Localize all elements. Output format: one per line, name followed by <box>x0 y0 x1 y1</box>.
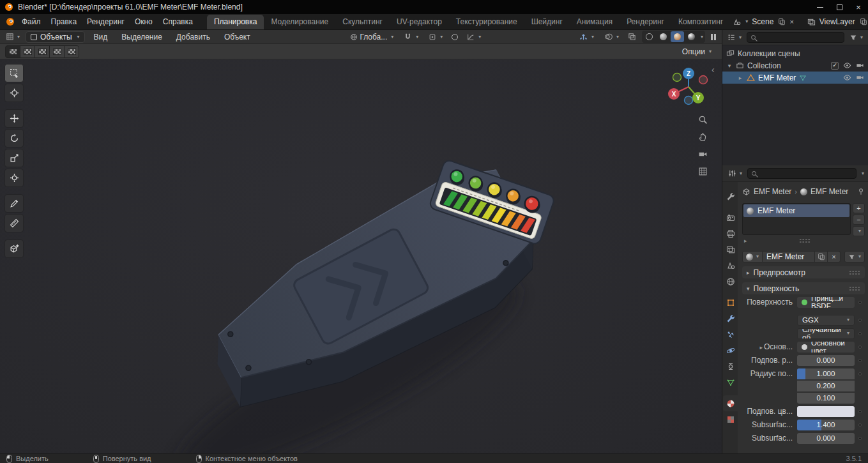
tab-object[interactable] <box>723 294 738 310</box>
decorator[interactable] <box>855 423 865 427</box>
show-overlays-toggle[interactable]: ▾ <box>601 31 622 43</box>
menu-file[interactable]: Файл <box>17 15 46 28</box>
subsurface-radius-y-field[interactable]: 0.200 <box>797 381 855 391</box>
xray-toggle[interactable] <box>626 32 638 42</box>
minimize-button[interactable] <box>811 0 830 14</box>
tool-options-button[interactable]: Опции ▾ <box>677 46 717 57</box>
decorator[interactable] <box>855 437 865 440</box>
maximize-button[interactable] <box>830 0 849 14</box>
collection-disclosure-icon[interactable]: ▾ <box>726 63 733 69</box>
tab-world[interactable] <box>723 273 738 289</box>
view-layer-name[interactable]: ViewLayer <box>818 17 857 26</box>
object-disclosure-icon[interactable]: ▸ <box>737 75 743 81</box>
unlink-scene-button[interactable]: × <box>789 18 794 26</box>
outliner-row-scene-collection[interactable]: Коллекции сцены <box>722 47 868 59</box>
pause-button[interactable] <box>709 33 718 41</box>
emf-meter-model[interactable] <box>0 59 722 453</box>
menu-object[interactable]: Объект <box>219 31 255 43</box>
select-box-tool[interactable] <box>4 64 24 82</box>
properties-editor-type-button[interactable]: ▾ <box>726 169 744 178</box>
properties-options-dropdown[interactable]: ▾ <box>862 171 864 176</box>
blender-menu-button[interactable] <box>4 17 17 27</box>
browse-material-button[interactable]: ▾ <box>742 251 763 262</box>
select-mode-subtract-button[interactable] <box>35 46 49 57</box>
editor-type-button[interactable]: ▾ <box>4 32 22 42</box>
select-mode-extend-button[interactable] <box>20 46 34 57</box>
axis-neg-y-handle[interactable] <box>673 73 681 82</box>
tab-rendering[interactable]: Рендеринг <box>620 15 671 29</box>
proportional-editing-toggle[interactable] <box>450 33 460 41</box>
navigation-gizmo[interactable]: Z X Y <box>663 61 714 112</box>
snap-target-select[interactable]: ▾ <box>425 31 446 43</box>
decorator[interactable] <box>855 372 865 376</box>
select-mode-intersect-button[interactable] <box>65 46 79 57</box>
shading-dropdown-icon[interactable]: ▾ <box>701 34 703 40</box>
tab-sculpting[interactable]: Скульптинг <box>335 15 390 29</box>
subsurface-weight-field[interactable]: 0.000 <box>797 355 855 366</box>
tab-layout[interactable]: Планировка <box>207 15 264 29</box>
outliner-row-emf-meter[interactable]: ▸ EMF Meter <box>722 72 868 84</box>
show-gizmos-toggle[interactable]: ▾ <box>576 31 597 43</box>
panel-surface[interactable]: ▾ Поверхность <box>742 282 865 294</box>
breadcrumb-object[interactable]: EMF Meter <box>754 187 791 196</box>
add-cube-tool[interactable] <box>4 239 24 258</box>
decorator[interactable] <box>855 410 865 413</box>
tab-modeling[interactable]: Моделирование <box>264 15 335 29</box>
tab-uv-editor[interactable]: UV-редактор <box>390 15 449 29</box>
rotate-tool[interactable] <box>4 129 24 148</box>
menu-edit[interactable]: Правка <box>46 15 82 28</box>
outliner-editor-type-button[interactable]: ▾ <box>726 33 743 42</box>
add-material-slot-button[interactable]: + <box>853 203 865 213</box>
subsurface-ior-slider[interactable]: 1.400 <box>797 420 855 430</box>
axis-neg-x-handle[interactable] <box>699 76 708 84</box>
menu-help[interactable]: Справка <box>158 15 198 28</box>
tab-output[interactable] <box>723 225 738 241</box>
collection-checkbox[interactable]: ✓ <box>831 62 839 70</box>
tab-animation[interactable]: Анимация <box>570 15 620 29</box>
base-color-section-label[interactable]: ▸Основ... <box>742 342 797 351</box>
transform-orientation-select[interactable]: Глоба... ▾ <box>347 31 397 43</box>
select-mode-set-button[interactable] <box>6 46 20 57</box>
material-name-field[interactable]: EMF Meter <box>763 251 815 262</box>
panel-grip[interactable] <box>849 270 860 275</box>
viewport-3d[interactable]: Z X Y ‹ <box>0 59 722 453</box>
tab-shading[interactable]: Шейдинг <box>524 15 570 29</box>
disable-in-renders-icon[interactable] <box>856 61 864 70</box>
close-button[interactable]: × <box>849 0 868 14</box>
new-scene-button[interactable] <box>777 18 786 26</box>
measure-tool[interactable] <box>4 214 24 232</box>
scene-browse-icon[interactable] <box>733 18 741 26</box>
tab-scene[interactable] <box>723 257 738 273</box>
decorator[interactable] <box>855 332 865 335</box>
properties-search-input[interactable] <box>747 168 857 179</box>
scene-dropdown-icon[interactable]: ▾ <box>745 19 748 24</box>
base-color-link-button[interactable]: Основной цвет <box>797 342 855 353</box>
resize-grip[interactable] <box>799 238 811 243</box>
cursor-tool[interactable] <box>4 84 24 102</box>
annotate-tool[interactable] <box>4 194 24 213</box>
tab-view-layer[interactable] <box>723 241 738 257</box>
new-material-button[interactable] <box>815 251 828 262</box>
tab-render[interactable] <box>723 209 738 225</box>
tab-object-data[interactable] <box>723 374 738 390</box>
outliner-filter-button[interactable]: ▾ <box>848 33 865 42</box>
subsurface-method-select[interactable]: Случайный об... ▾ <box>797 328 855 339</box>
pan-button[interactable] <box>695 129 710 144</box>
snap-toggle[interactable]: ▾ <box>400 31 422 43</box>
subsurface-anisotropy-field[interactable]: 0.000 <box>797 433 855 444</box>
zoom-button[interactable] <box>695 112 710 127</box>
tab-physics[interactable] <box>723 342 738 358</box>
hide-object-icon[interactable] <box>843 73 851 82</box>
material-specials-button[interactable]: ▾ <box>853 226 865 236</box>
outliner-row-collection[interactable]: ▾ Collection ✓ <box>722 59 868 72</box>
menu-select[interactable]: Выделение <box>116 31 167 43</box>
proportional-falloff-select[interactable]: ▾ <box>464 31 484 43</box>
subsurface-radius-x-field[interactable]: 1.000 <box>797 368 855 379</box>
breadcrumb-material[interactable]: EMF Meter <box>811 187 848 196</box>
tab-texture[interactable] <box>723 411 738 427</box>
decorator[interactable] <box>855 301 865 304</box>
material-slot-list[interactable]: EMF Meter <box>742 203 851 235</box>
material-filter-button[interactable]: ▾ <box>844 251 865 262</box>
hide-in-viewport-icon[interactable] <box>843 61 851 70</box>
decorator[interactable] <box>855 319 865 322</box>
